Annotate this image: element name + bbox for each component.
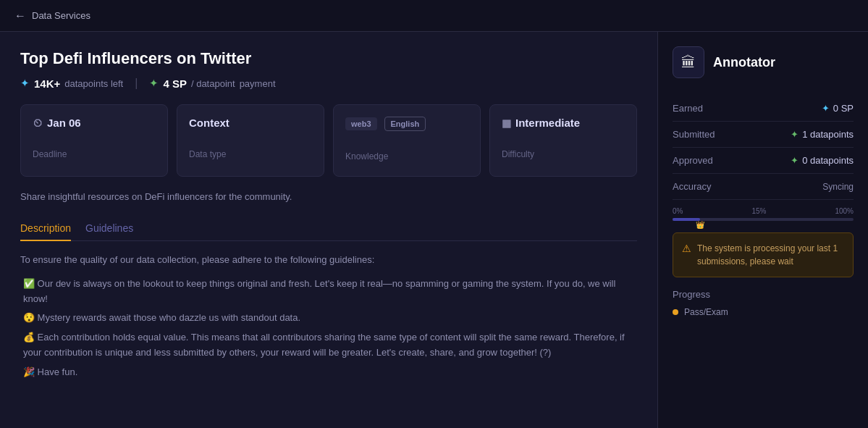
progress-title: Progress	[673, 289, 854, 300]
payment-value: 4 SP	[163, 77, 187, 90]
accuracy-value: Syncing	[822, 182, 854, 192]
bullet-item-2: 😯 Mystery rewards await those who dazzle…	[20, 311, 637, 326]
progress-item: Pass/Exam	[673, 307, 854, 317]
main-layout: Top Defi Influencers on Twitter ✦ 14K+ d…	[0, 32, 868, 428]
progress-dot	[673, 309, 678, 315]
back-label: Data Services	[32, 10, 90, 21]
badge-web3: web3	[345, 117, 377, 130]
left-panel: Top Defi Influencers on Twitter ✦ 14K+ d…	[0, 32, 658, 428]
tabs-row: Description Guidelines	[20, 217, 637, 241]
accuracy-bar: 👑	[673, 218, 854, 221]
info-cards: ⏲ Jan 06 Deadline Context Data type web3…	[20, 104, 637, 177]
payment-stat: ✦ 4 SP / datapoint payment	[149, 77, 275, 90]
alert-box: ⚠ The system is processing your last 1 s…	[673, 232, 854, 277]
earned-value: ✦ 0 SP	[822, 103, 854, 114]
avatar-icon: 🏛	[681, 54, 696, 71]
context-card: Context Data type	[177, 104, 324, 177]
accuracy-bar-container: 0% 15% 100% 👑	[673, 207, 854, 221]
stat-divider: |	[135, 77, 138, 90]
description-intro: To ensure the quality of our data collec…	[20, 253, 637, 268]
knowledge-label: Knowledge	[345, 137, 468, 161]
accuracy-label: Accuracy	[673, 181, 711, 192]
deadline-label: Deadline	[33, 135, 156, 159]
earned-row: Earned ✦ 0 SP	[673, 96, 854, 122]
accuracy-low: 0%	[673, 207, 683, 215]
back-arrow-icon: ←	[14, 9, 26, 22]
back-button[interactable]: ← Data Services	[14, 9, 90, 22]
gem-icon-approved: ✦	[791, 155, 799, 166]
progress-item-label: Pass/Exam	[684, 307, 728, 317]
difficulty-value: ▦ Intermediate	[502, 117, 625, 129]
payment-label: payment	[240, 78, 276, 89]
accuracy-row: Accuracy Syncing	[673, 174, 854, 200]
gem-icon-2: ✦	[149, 77, 159, 90]
payment-unit: / datapoint	[191, 78, 235, 89]
knowledge-card: web3 English Knowledge	[333, 104, 481, 177]
clock-icon: ⏲	[33, 117, 43, 129]
bullet-list: ✅ Our dev is always on the lookout to ke…	[20, 277, 637, 380]
page-title: Top Defi Influencers on Twitter	[20, 49, 637, 68]
alert-icon: ⚠	[682, 243, 691, 268]
knowledge-badges: web3 English	[345, 117, 468, 131]
gem-icon-earned: ✦	[822, 103, 830, 114]
datapoints-value: 14K+	[34, 77, 60, 90]
annotator-header: 🏛 Annotator	[673, 46, 854, 78]
tab-description[interactable]: Description	[20, 217, 71, 241]
difficulty-card: ▦ Intermediate Difficulty	[489, 104, 637, 177]
accuracy-bar-marker: 👑	[696, 221, 704, 229]
approved-row: Approved ✦ 0 datapoints	[673, 148, 854, 174]
approved-label: Approved	[673, 155, 713, 166]
task-subtitle: Share insightful resources on DeFi influ…	[20, 191, 637, 202]
submitted-label: Submitted	[673, 129, 715, 140]
bullet-item-3: 💰 Each contribution holds equal value. T…	[20, 330, 637, 361]
context-label: Data type	[189, 135, 312, 159]
accuracy-labels: 0% 15% 100%	[673, 207, 854, 215]
gem-icon-submitted: ✦	[791, 129, 799, 140]
approved-value: ✦ 0 datapoints	[791, 155, 854, 166]
progress-section: Progress Pass/Exam	[673, 289, 854, 317]
gem-icon-1: ✦	[20, 77, 30, 90]
context-value: Context	[189, 117, 312, 129]
annotator-avatar: 🏛	[673, 46, 704, 78]
alert-text: The system is processing your last 1 sub…	[697, 242, 844, 268]
difficulty-label: Difficulty	[502, 135, 625, 159]
datapoints-label: datapoints left	[64, 78, 123, 89]
earned-label: Earned	[673, 103, 703, 114]
submitted-row: Submitted ✦ 1 datapoints	[673, 122, 854, 148]
badge-english: English	[384, 117, 426, 131]
stats-row: ✦ 14K+ datapoints left | ✦ 4 SP / datapo…	[20, 77, 637, 90]
deadline-card: ⏲ Jan 06 Deadline	[20, 104, 168, 177]
submitted-value: ✦ 1 datapoints	[791, 129, 854, 140]
tab-guidelines[interactable]: Guidelines	[85, 217, 133, 241]
annotator-name: Annotator	[713, 55, 775, 70]
right-panel: 🏛 Annotator Earned ✦ 0 SP Submitted ✦ 1 …	[658, 32, 868, 428]
bullet-item-4: 🎉 Have fun.	[20, 365, 637, 380]
datapoints-stat: ✦ 14K+ datapoints left	[20, 77, 123, 90]
top-navigation: ← Data Services	[0, 0, 868, 32]
accuracy-high: 100%	[835, 207, 854, 215]
accuracy-mid: 15%	[751, 207, 766, 215]
chart-icon: ▦	[502, 117, 511, 129]
bullet-item-1: ✅ Our dev is always on the lookout to ke…	[20, 277, 637, 307]
deadline-value: ⏲ Jan 06	[33, 117, 156, 129]
